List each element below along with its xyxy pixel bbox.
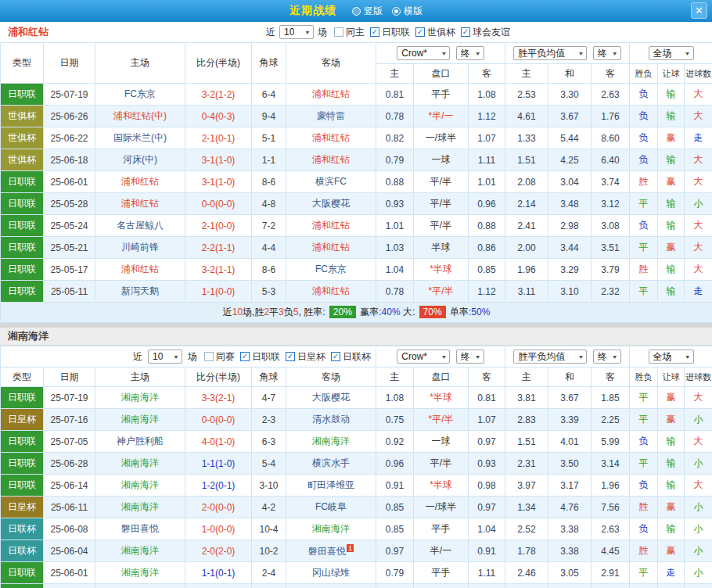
corners: 1-1 — [252, 149, 286, 171]
league-badge: 日联杯 — [1, 540, 44, 562]
wdl-mean-select[interactable]: 胜平负均值▼ — [513, 350, 587, 364]
league-badge: 日职联 — [1, 193, 44, 215]
asia-home-odds: 0.85 — [376, 497, 414, 518]
home-team[interactable]: 湘南海洋 — [95, 475, 185, 497]
final-select-asia[interactable]: 终▼ — [456, 350, 484, 364]
home-team[interactable]: 名古屋鲸八 — [95, 215, 185, 237]
away-team[interactable]: 大阪樱花 — [286, 193, 376, 215]
away-team[interactable]: 浦和红钻 — [286, 215, 376, 237]
away-team[interactable]: 浦和红钻 — [286, 84, 376, 106]
home-team[interactable]: 浦和红钻 — [95, 171, 185, 193]
bookmaker-select[interactable]: Crow*▼ — [397, 46, 450, 60]
wdl-mean-select[interactable]: 胜平负均值▼ — [513, 46, 587, 60]
result-handicap: 赢 — [658, 171, 685, 193]
close-icon[interactable]: ✕ — [691, 2, 707, 19]
away-team[interactable]: 浦和红钻 — [286, 149, 376, 171]
asia-odds-group: Crow*▼ 终▼ — [376, 43, 505, 64]
layout-options: 竖版横版 — [343, 5, 423, 18]
euro-home-odds: 1.34 — [505, 497, 548, 518]
away-team[interactable]: 湘南海洋 — [286, 431, 376, 453]
away-team[interactable]: 蒙特雷 — [286, 106, 376, 127]
scope-select[interactable]: 全场▼ — [649, 46, 694, 60]
layout-option-横版[interactable]: 横版 — [392, 5, 423, 18]
filter-checkbox-世俱杯[interactable]: ✓世俱杯 — [415, 26, 455, 39]
match-count-select[interactable]: 10▼ — [148, 350, 182, 364]
away-team[interactable]: 冈山绿雉 — [286, 562, 376, 584]
corners: 5-4 — [252, 453, 286, 475]
home-team[interactable]: 新泻天鹅 — [95, 281, 185, 303]
match-date: 25-06-18 — [44, 149, 95, 171]
home-team[interactable]: 神户胜利船 — [95, 431, 185, 453]
asia-away-odds: 0.93 — [469, 453, 505, 475]
away-team[interactable]: FC东京 — [286, 259, 376, 281]
home-team[interactable]: 新泻天鹅 — [95, 584, 185, 588]
home-team[interactable]: 湘南海洋 — [95, 387, 185, 409]
away-team[interactable]: 横滨水手 — [286, 453, 376, 475]
result-goals: 大 — [685, 237, 712, 259]
result-goals: 大 — [685, 431, 712, 453]
corners: 8-6 — [252, 259, 286, 281]
col-asia-line: 盘口 — [414, 368, 469, 387]
home-team[interactable]: 湘南海洋 — [95, 562, 185, 584]
home-team[interactable]: 国际米兰(中) — [95, 127, 185, 149]
away-team[interactable]: 浦和红钻 — [286, 127, 376, 149]
bookmaker-select[interactable]: Crow*▼ — [397, 350, 450, 364]
filter-checkbox-日联杯[interactable]: ✓日联杯 — [331, 350, 371, 364]
score-halftime: 3-2(1-1) — [185, 259, 252, 281]
final-select-euro[interactable]: 终▼ — [593, 46, 621, 60]
home-team[interactable]: 川崎前锋 — [95, 237, 185, 259]
asia-home-odds: 0.97 — [376, 540, 414, 562]
home-team[interactable]: 浦和红钻 — [95, 193, 185, 215]
filters-shonan: 近 10▼ 场 同赛✓日职联✓日皇杯✓日联杯 — [1, 350, 376, 364]
home-team[interactable]: 河床(中) — [95, 149, 185, 171]
filter-checkbox-球会友谊[interactable]: ✓球会友谊 — [461, 26, 510, 39]
match-rows-shonan: 日职联25-07-19湘南海洋3-3(2-1)4-7大阪樱花1.08*半球0.8… — [1, 387, 712, 588]
away-team[interactable]: 横滨FC — [286, 171, 376, 193]
match-date: 25-06-26 — [44, 106, 95, 127]
league-badge: 世俱杯 — [1, 127, 44, 149]
league-badge: 日职联 — [1, 584, 44, 588]
away-team[interactable]: 湘南海洋 — [286, 584, 376, 588]
euro-draw-odds: 3.05 — [548, 562, 592, 584]
filter-checkbox-日皇杯[interactable]: ✓日皇杯 — [286, 350, 325, 364]
home-team[interactable]: 湘南海洋 — [95, 409, 185, 431]
away-team[interactable]: 大阪樱花 — [286, 387, 376, 409]
home-team[interactable]: 浦和红钻 — [95, 259, 185, 281]
filter-checkbox-日职联[interactable]: ✓日职联 — [240, 350, 280, 364]
home-team[interactable]: FC东京 — [95, 84, 185, 106]
euro-home-odds: 4.61 — [505, 106, 548, 127]
away-team[interactable]: 磐田喜悦1 — [286, 540, 376, 562]
away-team[interactable]: 町田泽维亚 — [286, 475, 376, 497]
away-team[interactable]: 清水鼓动 — [286, 409, 376, 431]
euro-draw-odds: 3.30 — [548, 84, 592, 106]
filter-checkbox-同主[interactable]: 同主 — [334, 26, 365, 39]
checkbox-icon — [204, 352, 214, 361]
col-home: 主场 — [95, 368, 185, 387]
home-team[interactable]: 浦和红钻(中) — [95, 106, 185, 127]
away-team[interactable]: 湘南海洋 — [286, 518, 376, 540]
final-select-asia[interactable]: 终▼ — [456, 46, 484, 60]
filter-checkbox-日职联[interactable]: ✓日职联 — [370, 26, 410, 39]
home-team[interactable]: 湘南海洋 — [95, 497, 185, 518]
match-row: 日职联25-05-17浦和红钻3-2(1-1)8-6FC东京1.04*半球0.8… — [1, 259, 712, 281]
layout-option-竖版[interactable]: 竖版 — [352, 5, 383, 18]
away-team[interactable]: FC岐阜 — [286, 497, 376, 518]
scope-select[interactable]: 全场▼ — [649, 350, 694, 364]
asia-handicap: *半球 — [414, 475, 469, 497]
home-team[interactable]: 磐田喜悦 — [95, 518, 185, 540]
home-team[interactable]: 湘南海洋 — [95, 453, 185, 475]
home-team[interactable]: 湘南海洋 — [95, 540, 185, 562]
away-team[interactable]: 浦和红钻 — [286, 237, 376, 259]
score-halftime: 2-1(1-1) — [185, 584, 252, 588]
chevron-down-icon: ▼ — [441, 353, 447, 360]
col-euro-away: 客 — [592, 64, 630, 84]
asia-handicap: 一球 — [414, 431, 469, 453]
result-goals: 大 — [685, 387, 712, 409]
final-select-euro[interactable]: 终▼ — [593, 350, 621, 364]
match-count-select[interactable]: 10▼ — [279, 25, 314, 39]
away-team[interactable]: 浦和红钻 — [286, 281, 376, 303]
summary-segment: 70% — [419, 306, 446, 318]
league-badge: 日职联 — [1, 237, 44, 259]
league-badge: 日职联 — [1, 475, 44, 497]
filter-checkbox-同赛[interactable]: 同赛 — [204, 350, 235, 364]
